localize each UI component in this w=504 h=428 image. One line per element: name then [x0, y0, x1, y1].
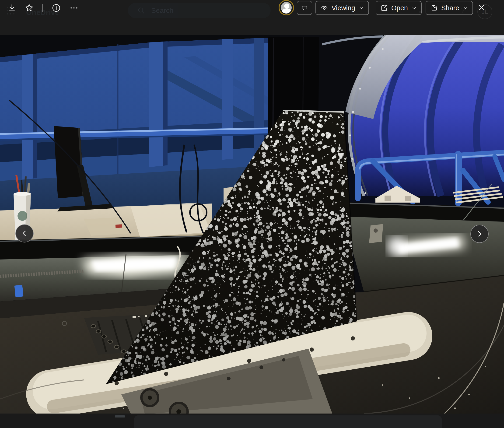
chevron-down-icon	[359, 5, 364, 11]
favorite-button[interactable]	[24, 2, 35, 14]
open-external-icon	[380, 4, 388, 12]
people-ghost-icon: ꔷ	[418, 8, 421, 16]
info-button[interactable]	[51, 2, 62, 14]
background-page-strip	[0, 413, 504, 428]
search-placeholder: Search	[151, 7, 173, 15]
comment-icon	[301, 4, 308, 12]
close-icon	[478, 3, 486, 11]
star-icon	[24, 3, 34, 13]
account-avatar[interactable]	[279, 0, 294, 15]
share-icon	[430, 4, 438, 12]
onedrive-photo-viewer: { "app": { "name": "OneDrive" }, "backgr…	[0, 0, 504, 428]
photo-wind-tunnel-model	[0, 35, 504, 413]
comments-button[interactable]	[297, 1, 312, 15]
viewing-mode-button[interactable]: Viewing	[316, 1, 369, 15]
open-button[interactable]: Open	[376, 1, 422, 15]
toolbar-divider	[42, 4, 43, 12]
share-label: Share	[441, 4, 459, 12]
more-button[interactable]	[68, 2, 80, 14]
more-icon	[69, 3, 79, 13]
open-label: Open	[391, 4, 408, 12]
next-photo-button[interactable]	[470, 225, 489, 243]
background-panel-ghost	[134, 415, 442, 428]
info-icon	[52, 3, 61, 13]
chevron-right-icon	[476, 230, 483, 237]
share-button[interactable]: Share	[426, 1, 473, 15]
search-input: Search	[128, 3, 271, 18]
viewing-label: Viewing	[332, 4, 355, 12]
person-icon	[281, 2, 292, 14]
close-button[interactable]	[476, 2, 487, 13]
background-dash-ghost	[115, 415, 125, 418]
search-icon	[137, 7, 145, 15]
download-icon	[8, 3, 16, 12]
eye-icon	[320, 4, 329, 12]
help-ghost-icon: ?	[461, 6, 465, 15]
chevron-left-icon	[21, 230, 28, 237]
viewer-toolbar: OneDrive Search	[0, 0, 504, 35]
download-button[interactable]	[6, 2, 17, 14]
chevron-down-icon	[411, 5, 417, 11]
previous-photo-button[interactable]	[15, 224, 34, 242]
